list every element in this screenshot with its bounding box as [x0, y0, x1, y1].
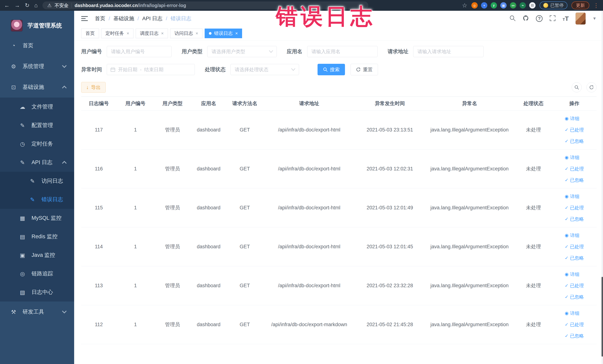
- export-button[interactable]: ↓ 导出: [81, 82, 106, 93]
- scrollbar[interactable]: [602, 11, 603, 364]
- 已处理-action-link[interactable]: ✓已处理: [565, 322, 584, 328]
- 详细-action-link[interactable]: ◉详细: [565, 154, 579, 161]
- tab-首页[interactable]: 首页: [81, 29, 99, 38]
- 详细-action-link[interactable]: ◉详细: [565, 232, 579, 238]
- fullscreen-icon[interactable]: [549, 15, 556, 22]
- sidebar-item-研发工具[interactable]: ⚒研发工具: [0, 302, 74, 322]
- 详细-action-link[interactable]: ◉详细: [565, 310, 579, 316]
- bookmark-star-icon[interactable]: ☆: [462, 2, 467, 9]
- browser-update-button[interactable]: 更新: [571, 1, 589, 9]
- refresh-table-button[interactable]: [587, 82, 596, 92]
- 已处理-action-link[interactable]: ✓已处理: [565, 127, 584, 133]
- exception-time-range-picker[interactable]: 开始日期 - 结束日期: [107, 64, 195, 75]
- breadcrumb-item[interactable]: 首页: [95, 15, 105, 22]
- 已处理-action-link[interactable]: ✓已处理: [565, 244, 584, 250]
- breadcrumb-item[interactable]: 基础设施: [114, 15, 134, 22]
- on-badge-extension-icon[interactable]: on: [510, 2, 516, 9]
- shield-extension-icon[interactable]: ▾: [481, 2, 487, 9]
- sidebar-item-API 日志[interactable]: ✎API 日志: [0, 153, 74, 172]
- sidebar-item-配置管理[interactable]: ✎配置管理: [0, 116, 74, 135]
- target-extension-icon[interactable]: ◎: [471, 2, 478, 9]
- sidebar-item-日志中心[interactable]: ▧日志中心: [0, 283, 74, 302]
- sidebar-item-首页[interactable]: ◔首页: [0, 35, 74, 56]
- 已忽略-action-link[interactable]: ✓已忽略: [565, 333, 584, 339]
- search-icon[interactable]: [509, 15, 516, 22]
- sidebar-item-label: Java 监控: [32, 251, 55, 259]
- app-name-input[interactable]: [307, 46, 378, 57]
- tab-访问日志[interactable]: 访问日志×: [170, 29, 202, 38]
- 已忽略-action-link[interactable]: ✓已忽略: [565, 255, 584, 261]
- font-size-icon[interactable]: TT: [563, 15, 569, 22]
- cell-url: /api/infra/db-doc/export-html: [263, 188, 356, 227]
- toggle-search-button[interactable]: [572, 82, 582, 92]
- sidebar-item-基础设施[interactable]: ⊡基础设施: [0, 77, 74, 97]
- sidebar-item-文件管理[interactable]: ☁文件管理: [0, 97, 74, 116]
- profile-paused-chip[interactable]: 已暂停: [540, 1, 568, 9]
- process-status-select[interactable]: 请选择处理状态: [231, 64, 299, 75]
- sidebar-item-label: 基础设施: [23, 83, 44, 91]
- close-icon[interactable]: ×: [161, 31, 164, 35]
- date-separator: -: [140, 67, 142, 72]
- 详细-action-link[interactable]: ◉详细: [565, 193, 579, 200]
- 已处理-action-link[interactable]: ✓已处理: [565, 166, 584, 172]
- help-icon[interactable]: ?: [536, 15, 543, 22]
- sidebar-item-错误日志[interactable]: ✎错误日志: [0, 190, 74, 209]
- sidebar-logo-row[interactable]: 芋道管理系统: [0, 16, 74, 35]
- close-icon[interactable]: ×: [127, 31, 129, 35]
- 详细-action-link[interactable]: ◉详细: [565, 116, 579, 122]
- 已忽略-action-link[interactable]: ✓已忽略: [565, 294, 584, 300]
- close-icon[interactable]: ×: [196, 31, 198, 35]
- back-icon[interactable]: ←: [4, 3, 10, 8]
- refresh-icon: [356, 67, 361, 72]
- user-avatar[interactable]: [575, 12, 586, 25]
- 已忽略-action-link[interactable]: ✓已忽略: [565, 177, 584, 183]
- cell-actions: ◉详细✓已处理✓已忽略: [552, 149, 596, 188]
- request-url-input[interactable]: [413, 46, 484, 57]
- scrollbar-thumb[interactable]: [602, 277, 603, 357]
- tab-错误日志[interactable]: 错误日志×: [205, 29, 242, 38]
- security-label: 不安全: [55, 2, 69, 9]
- sidebar-item-Java 监控[interactable]: ▣Java 监控: [0, 246, 74, 264]
- search-button[interactable]: 搜索: [318, 64, 345, 75]
- address-bar[interactable]: ⚠ 不安全 dashboard.yudao.iocoder.cn/infra/l…: [42, 1, 368, 9]
- reset-button[interactable]: 重置: [350, 64, 378, 75]
- sidebar-item-链路追踪[interactable]: ◎链路追踪: [0, 264, 74, 283]
- puzzle-extension-icon[interactable]: ⚄: [529, 2, 535, 9]
- user-type-label: 用户类型: [182, 48, 202, 55]
- 已忽略-action-link[interactable]: ✓已忽略: [565, 138, 584, 144]
- breadcrumb-item[interactable]: API 日志: [142, 15, 162, 22]
- close-icon[interactable]: ×: [235, 31, 238, 35]
- 已处理-action-link[interactable]: ✓已处理: [565, 282, 584, 289]
- reload-icon[interactable]: ↻: [25, 3, 29, 8]
- tab-调度日志[interactable]: 调度日志×: [136, 29, 168, 38]
- tab-定时任务[interactable]: 定时任务×: [101, 29, 133, 38]
- action-label: 已处理: [570, 322, 584, 328]
- y-extension-icon[interactable]: y: [491, 2, 497, 9]
- chevron-down-icon[interactable]: ▼: [592, 16, 596, 21]
- 已处理-action-link[interactable]: ✓已处理: [565, 205, 584, 211]
- user-id-input[interactable]: [107, 46, 172, 57]
- forward-icon[interactable]: →: [14, 3, 20, 8]
- table-row: 1141管理员dashboardGET/api/infra/db-doc/exp…: [81, 227, 596, 266]
- table-toolbar: ↓ 导出: [81, 82, 596, 93]
- sidebar-toggle-icon[interactable]: [81, 16, 88, 21]
- 详细-action-link[interactable]: ◉详细: [565, 271, 579, 277]
- 已忽略-action-link[interactable]: ✓已忽略: [565, 216, 584, 222]
- cell-method: GET: [227, 110, 263, 149]
- calendar-icon: [110, 67, 116, 72]
- sidebar-item-访问日志[interactable]: ✎访问日志: [0, 172, 74, 190]
- sidebar-item-系统管理[interactable]: ⚙系统管理: [0, 56, 74, 77]
- sidebar-item-Redis 监控[interactable]: ▤Redis 监控: [0, 227, 74, 246]
- sidebar-item-定时任务[interactable]: ◷定时任务: [0, 135, 74, 153]
- user-type-select[interactable]: 请选择用户类型: [207, 46, 277, 57]
- browser-menu-icon[interactable]: ⋮: [593, 2, 599, 9]
- sidebar-item-MySQL 监控[interactable]: ▦MySQL 监控: [0, 209, 74, 227]
- cell-user_type: 管理员: [154, 227, 191, 266]
- home-icon[interactable]: ⌂: [34, 3, 38, 8]
- view-icon: ◉: [565, 155, 568, 160]
- github-icon[interactable]: [522, 15, 529, 22]
- cell-app: dashboard: [191, 227, 227, 266]
- sidebar-item-label: 日志中心: [32, 289, 53, 296]
- leaf-extension-icon[interactable]: ❧: [520, 2, 526, 9]
- grid-extension-icon[interactable]: ▦: [500, 2, 507, 9]
